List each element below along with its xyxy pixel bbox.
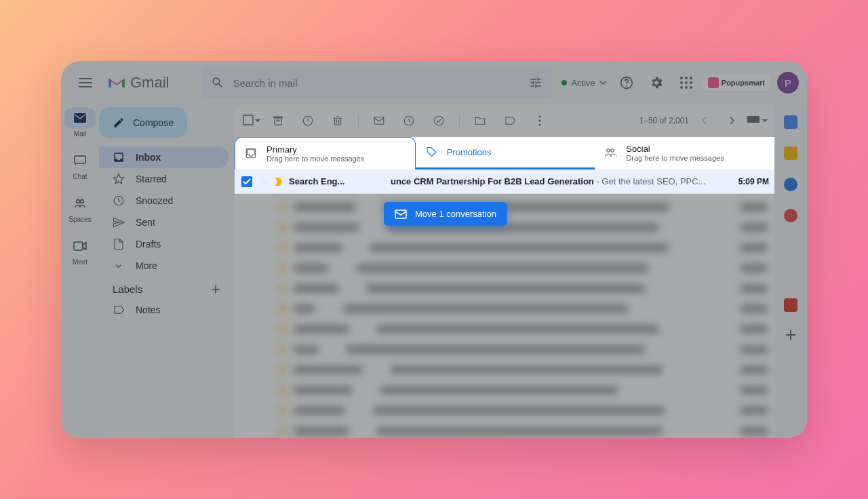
tab-promotions[interactable]: Promotions	[416, 137, 595, 169]
header: Gmail Active Popupsmart	[61, 61, 807, 104]
svg-point-9	[690, 86, 692, 89]
apps-button[interactable]	[673, 69, 700, 96]
svg-point-13	[80, 200, 83, 203]
search-bar[interactable]	[201, 67, 552, 98]
chevron-right-icon	[730, 117, 735, 125]
spam-button[interactable]	[294, 107, 321, 134]
more-vert-icon	[538, 115, 541, 126]
side-panel	[774, 104, 807, 438]
nav-sent[interactable]: Sent	[99, 212, 229, 233]
rail-spaces[interactable]: Spaces	[68, 193, 91, 223]
settings-button[interactable]	[643, 69, 670, 96]
mark-unread-button[interactable]	[366, 107, 393, 134]
keep-addon[interactable]	[784, 146, 797, 160]
clock-icon	[113, 195, 125, 207]
important-marker-icon[interactable]	[275, 178, 282, 186]
separator	[459, 114, 460, 127]
star-icon	[113, 173, 125, 185]
status-chip[interactable]: Active	[557, 78, 610, 88]
label-icon	[113, 304, 125, 316]
status-label: Active	[571, 78, 595, 88]
svg-point-26	[611, 149, 614, 153]
email-checkbox[interactable]	[241, 176, 252, 187]
pencil-icon	[113, 117, 125, 129]
labels-header: Labels	[99, 277, 229, 299]
nav-more[interactable]: More	[99, 255, 229, 277]
tasks-addon[interactable]	[784, 178, 797, 191]
email-star[interactable]: ☆	[259, 175, 269, 188]
rail-mail[interactable]: Mail	[64, 107, 96, 138]
spaces-icon	[69, 193, 91, 214]
gear-icon	[649, 75, 664, 90]
task-icon	[433, 115, 445, 127]
nav-starred[interactable]: Starred	[99, 168, 229, 190]
nav-inbox[interactable]: Inbox	[99, 146, 229, 168]
svg-point-5	[685, 81, 688, 84]
gmail-m-icon	[107, 76, 126, 89]
apps-grid-icon	[680, 77, 692, 89]
more-button[interactable]	[526, 107, 553, 134]
rail-chat[interactable]: Chat	[69, 150, 91, 180]
search-icon	[211, 76, 224, 89]
body: Mail Chat Spaces Meet Compose	[61, 104, 807, 438]
tab-social[interactable]: Social Drag here to move messages	[595, 137, 774, 169]
account-avatar[interactable]: P	[777, 72, 799, 94]
blurred-emails	[235, 194, 774, 438]
people-icon	[604, 146, 616, 159]
email-row-selected[interactable]: ☆ Search Eng... unce CRM Partnership For…	[235, 169, 774, 194]
svg-rect-16	[243, 115, 253, 125]
nav-drafts[interactable]: Drafts	[99, 233, 229, 255]
labels-button[interactable]	[496, 107, 524, 134]
email-time: 5:09 PM	[738, 177, 769, 186]
archive-button[interactable]	[264, 107, 292, 134]
next-page-button[interactable]	[719, 107, 746, 134]
add-addon-button[interactable]	[785, 330, 796, 340]
gmail-logo[interactable]: Gmail	[107, 74, 169, 92]
inbox-icon	[245, 147, 257, 159]
calendar-addon[interactable]	[784, 115, 797, 129]
label-notes[interactable]: Notes	[99, 299, 229, 321]
compose-button[interactable]: Compose	[99, 107, 187, 138]
svg-rect-18	[374, 117, 384, 125]
input-tools-button[interactable]	[747, 107, 768, 134]
prev-page-button[interactable]	[690, 107, 717, 134]
main-menu-button[interactable]	[69, 66, 102, 99]
envelope-icon	[373, 115, 385, 127]
help-icon	[619, 75, 634, 90]
pagination-label: 1–50 of 2,001	[639, 116, 689, 125]
popupsmart-badge[interactable]: Popupsmart	[703, 75, 770, 91]
archive-icon	[272, 115, 284, 127]
clock-icon	[403, 115, 415, 127]
plus-icon[interactable]	[210, 284, 221, 295]
envelope-icon	[395, 209, 407, 219]
select-checkbox[interactable]	[241, 107, 262, 134]
search-input[interactable]	[233, 77, 521, 89]
mail-icon	[64, 107, 96, 129]
addon-extra[interactable]	[784, 298, 797, 312]
svg-point-7	[680, 86, 683, 89]
check-icon	[243, 178, 251, 185]
sidebar: Compose Inbox Starred Snoozed Sent Draft…	[99, 104, 235, 438]
nav-snoozed[interactable]: Snoozed	[99, 190, 229, 212]
chat-icon	[69, 150, 91, 172]
svg-point-4	[680, 81, 683, 84]
caret-down-icon	[762, 119, 768, 123]
folder-move-icon	[474, 115, 486, 127]
support-button[interactable]	[613, 69, 640, 96]
tab-primary[interactable]: Primary Drag here to move messages	[235, 137, 416, 169]
contacts-addon[interactable]	[784, 209, 797, 222]
chevron-down-icon	[113, 260, 125, 272]
svg-point-12	[76, 200, 79, 203]
send-icon	[113, 216, 125, 228]
tune-icon[interactable]	[529, 76, 542, 89]
move-to-button[interactable]	[467, 107, 494, 134]
compose-label: Compose	[133, 117, 174, 128]
rail-meet[interactable]: Meet	[69, 235, 91, 266]
meet-icon	[69, 235, 91, 257]
caret-down-icon	[255, 119, 260, 123]
add-task-button[interactable]	[425, 107, 452, 134]
spam-icon	[302, 115, 314, 127]
snooze-button[interactable]	[395, 107, 422, 134]
gmail-window: Gmail Active Popupsmart	[61, 61, 807, 438]
delete-button[interactable]	[324, 107, 351, 134]
